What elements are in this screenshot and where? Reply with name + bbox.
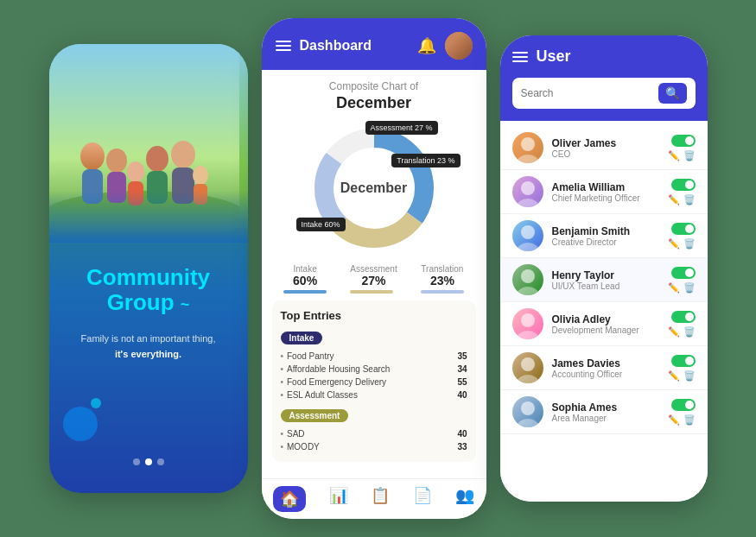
svg-point-25 xyxy=(517,287,539,295)
user-role-james: Accounting Officer xyxy=(552,370,659,379)
edit-icon-sophia[interactable]: ✏️ xyxy=(668,414,680,426)
delete-icon-amelia[interactable]: 🗑️ xyxy=(683,194,696,205)
user-avatar-header[interactable] xyxy=(445,32,473,60)
entry-housing: Affordable Housing Search 34 xyxy=(281,363,467,376)
user-actions-olivia: ✏️ 🗑️ xyxy=(668,311,696,338)
user-item-benjamin[interactable]: Benjamin Smith Creative Director ✏️ 🗑️ xyxy=(500,214,708,258)
hamburger-line-u3 xyxy=(512,60,528,62)
dot-1[interactable] xyxy=(133,458,140,465)
nav-clipboard[interactable]: 📋 xyxy=(371,486,390,512)
bubble-big xyxy=(63,407,98,441)
phone-users: User 🔍 Oliver James CEO ✏️ 🗑️ xyxy=(500,35,708,502)
family-photo xyxy=(49,44,248,243)
toggle-henry[interactable] xyxy=(671,267,696,279)
dot-2[interactable] xyxy=(145,458,152,465)
community-tagline: Family is not an important thing, it's e… xyxy=(81,332,216,362)
entry-moody: MOODY 33 xyxy=(281,440,467,453)
toggle-amelia[interactable] xyxy=(671,179,696,191)
delete-icon-james[interactable]: 🗑️ xyxy=(683,370,696,382)
dashboard-header: Dashboard 🔔 xyxy=(262,18,486,70)
user-actions-james: ✏️ 🗑️ xyxy=(668,355,696,382)
action-icons-oliver: ✏️ 🗑️ xyxy=(668,150,696,161)
dot-3[interactable] xyxy=(157,458,164,465)
user-actions-amelia: ✏️ 🗑️ xyxy=(668,179,696,205)
user-item-james[interactable]: James Davies Accounting Officer ✏️ 🗑️ xyxy=(500,346,708,390)
toggle-james[interactable] xyxy=(671,355,696,367)
phone-community: Community Group ~ Family is not an impor… xyxy=(49,44,248,493)
clipboard-icon: 📋 xyxy=(371,486,390,505)
user-item-oliver[interactable]: Oliver James CEO ✏️ 🗑️ xyxy=(500,126,708,170)
delete-icon-henry[interactable]: 🗑️ xyxy=(683,282,696,294)
user-item-olivia[interactable]: Olivia Adley Development Manager ✏️ 🗑️ xyxy=(500,302,708,346)
hamburger-icon-user[interactable] xyxy=(512,52,528,62)
user-list: Oliver James CEO ✏️ 🗑️ Amelia William Ch… xyxy=(500,121,708,502)
user-actions-oliver: ✏️ 🗑️ xyxy=(668,135,696,161)
action-icons-olivia: ✏️ 🗑️ xyxy=(668,326,696,338)
user-name-henry: Henry Taylor xyxy=(552,269,659,281)
user-info-benjamin: Benjamin Smith Creative Director xyxy=(552,225,659,247)
delete-icon-benjamin[interactable]: 🗑️ xyxy=(683,238,696,250)
nav-users[interactable]: 👥 xyxy=(455,486,474,512)
user-header: User xyxy=(500,35,708,78)
svg-point-24 xyxy=(521,269,535,283)
toggle-sophia[interactable] xyxy=(671,399,696,411)
toggle-olivia[interactable] xyxy=(671,311,696,323)
user-role-benjamin: Creative Director xyxy=(552,237,659,247)
toggle-oliver[interactable] xyxy=(671,135,696,147)
user-name-oliver: Oliver James xyxy=(552,137,659,149)
svg-point-2 xyxy=(80,142,105,170)
user-role-henry: UI/UX Team Lead xyxy=(552,281,659,291)
action-icons-henry: ✏️ 🗑️ xyxy=(668,282,696,294)
chart-legend: Intake 60% Assessment 27% Translation 23… xyxy=(272,264,476,294)
search-input-wrap: 🔍 xyxy=(512,78,696,109)
entry-sad: SAD 40 xyxy=(281,427,467,440)
entry-esl: ESL Adult Classes 40 xyxy=(281,389,467,401)
bottom-navbar: 🏠 📊 📋 📄 👥 xyxy=(262,478,486,519)
user-role-oliver: CEO xyxy=(552,149,659,159)
svg-point-26 xyxy=(521,313,535,327)
delete-icon-sophia[interactable]: 🗑️ xyxy=(683,414,696,426)
donut-center-label: December xyxy=(340,180,407,196)
intake-badge: Intake xyxy=(281,332,323,344)
nav-home[interactable]: 🏠 xyxy=(273,486,306,512)
assessment-bar xyxy=(350,290,393,294)
assessment-badge: Assessment xyxy=(281,409,349,422)
carousel-dots xyxy=(133,458,164,465)
user-actions-benjamin: ✏️ 🗑️ xyxy=(668,223,696,250)
translation-tooltip: Translation 23 % xyxy=(391,154,460,167)
delete-icon-oliver[interactable]: 🗑️ xyxy=(683,150,696,161)
user-item-henry[interactable]: Henry Taylor UI/UX Team Lead ✏️ 🗑️ xyxy=(500,258,708,302)
user-item-sophia[interactable]: Sophia Ames Area Manager ✏️ 🗑️ xyxy=(500,390,708,434)
nav-chart[interactable]: 📊 xyxy=(329,486,348,512)
hamburger-line-3 xyxy=(276,49,291,51)
svg-point-21 xyxy=(517,199,539,207)
edit-icon-amelia[interactable]: ✏️ xyxy=(668,194,680,205)
user-role-sophia: Area Manager xyxy=(552,414,659,423)
edit-icon-henry[interactable]: ✏️ xyxy=(668,282,680,294)
search-input[interactable] xyxy=(521,87,653,99)
photo-overlay xyxy=(49,191,248,243)
hamburger-icon[interactable] xyxy=(276,41,291,51)
svg-point-28 xyxy=(521,357,535,371)
avatar-oliver xyxy=(512,132,543,163)
users-icon: 👥 xyxy=(455,486,474,505)
edit-icon-james[interactable]: ✏️ xyxy=(668,370,680,382)
translation-bar xyxy=(421,290,464,294)
legend-assessment: Assessment 27% xyxy=(350,264,397,294)
svg-point-23 xyxy=(517,243,539,251)
nav-document[interactable]: 📄 xyxy=(413,486,432,512)
delete-icon-olivia[interactable]: 🗑️ xyxy=(683,326,696,338)
edit-icon-benjamin[interactable]: ✏️ xyxy=(668,238,680,250)
user-role-olivia: Development Manager xyxy=(552,325,659,335)
search-button[interactable]: 🔍 xyxy=(658,83,687,104)
user-name-amelia: Amelia William xyxy=(552,181,659,193)
avatar-amelia xyxy=(512,176,543,207)
bell-icon[interactable]: 🔔 xyxy=(417,36,436,55)
edit-icon-oliver[interactable]: ✏️ xyxy=(668,150,680,161)
svg-point-8 xyxy=(146,146,168,172)
toggle-benjamin[interactable] xyxy=(671,223,696,235)
user-item-amelia[interactable]: Amelia William Chief Marketing Officer ✏… xyxy=(500,170,708,214)
legend-translation: Translation 23% xyxy=(421,264,464,294)
edit-icon-olivia[interactable]: ✏️ xyxy=(668,326,680,338)
svg-point-27 xyxy=(517,331,539,339)
